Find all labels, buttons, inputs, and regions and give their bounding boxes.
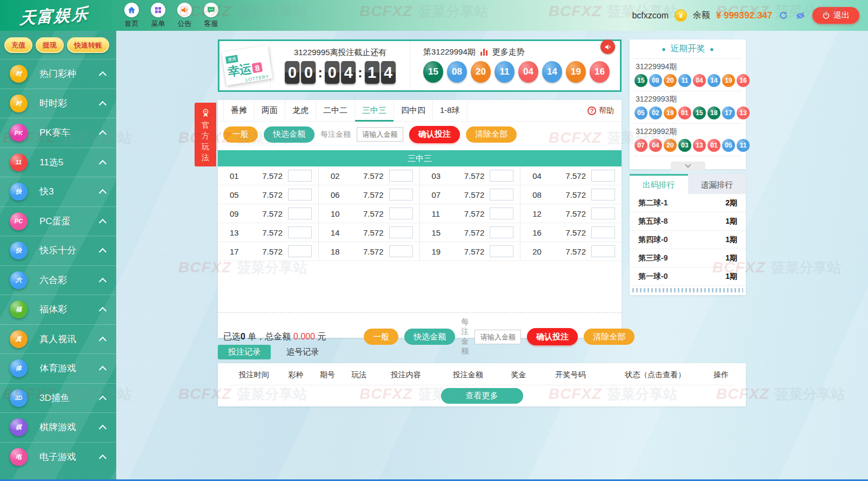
trend-chart-icon bbox=[480, 49, 488, 56]
sidebar-item-3D捕鱼[interactable]: 3D3D捕鱼 bbox=[0, 383, 116, 413]
lottery-ball-icon: 电 bbox=[10, 448, 28, 466]
hide-balance-eye-icon[interactable] bbox=[794, 11, 806, 21]
site-logo[interactable]: 天富娱乐 bbox=[19, 1, 117, 30]
bet-amount-input[interactable] bbox=[288, 208, 312, 219]
bet-amount-field[interactable] bbox=[357, 127, 403, 142]
sidebar-quick-actions: 充值提现快速转账 bbox=[0, 31, 116, 53]
bet-amount-input[interactable] bbox=[288, 170, 312, 182]
bet-amount-input[interactable] bbox=[591, 208, 615, 219]
nav-item-1[interactable]: 首页 bbox=[124, 3, 139, 29]
nav-item-2[interactable]: 菜单 bbox=[151, 3, 165, 29]
refresh-balance-icon[interactable] bbox=[778, 10, 789, 21]
bet-amount-input[interactable] bbox=[288, 245, 312, 257]
rank-tab-出码排行[interactable]: 出码排行 bbox=[630, 174, 688, 194]
bet-number: 09 bbox=[230, 209, 247, 218]
recent-draw-period: 31229992期 bbox=[636, 127, 741, 137]
sidebar-item-时时彩[interactable]: 时时时彩 bbox=[0, 89, 116, 118]
bet-amount-input[interactable] bbox=[389, 208, 413, 219]
bet-cell: 027.572 bbox=[319, 166, 420, 185]
bet-odds: 7.572 bbox=[550, 190, 586, 199]
bet-amount-input[interactable] bbox=[490, 226, 513, 238]
sidebar-item-11选5[interactable]: 1111选5 bbox=[0, 148, 116, 177]
bet-cell: 117.572 bbox=[420, 204, 521, 223]
bet-amount-input[interactable] bbox=[591, 189, 615, 201]
play-tab-番摊[interactable]: 番摊 bbox=[223, 100, 255, 121]
official-play-label: 官方玩法 bbox=[202, 119, 209, 163]
quick-transfer-button[interactable]: 快速转账 bbox=[67, 37, 109, 53]
play-tab-四中四[interactable]: 四中四 bbox=[394, 100, 433, 121]
bet-amount-input[interactable] bbox=[591, 245, 615, 257]
bet-amount-input[interactable] bbox=[490, 245, 513, 257]
bet-number: 19 bbox=[432, 247, 449, 256]
countdown-digit: 0 bbox=[285, 61, 299, 84]
lottery-ball-icon: 时 bbox=[10, 95, 28, 112]
bet-controls-top: 一般快选金额每注金额确认投注清除全部 bbox=[218, 122, 622, 143]
withdraw-button[interactable]: 提现 bbox=[36, 37, 64, 53]
bet-amount-input[interactable] bbox=[490, 208, 513, 219]
bet-amount-input[interactable] bbox=[288, 189, 312, 201]
clear-all-button[interactable]: 清除全部 bbox=[466, 126, 517, 143]
bet-amount-input[interactable] bbox=[288, 226, 312, 238]
draw-ball: 13 bbox=[737, 106, 750, 119]
official-play-tab[interactable]: 官方玩法 bbox=[195, 103, 216, 166]
play-tab-两面[interactable]: 两面 bbox=[255, 100, 285, 121]
rank-row: 第四球-01期 bbox=[630, 231, 746, 249]
lottery-ball-icon: PC bbox=[10, 212, 28, 230]
recent-draws-title: ◆ 近期开奖 ◆ bbox=[635, 39, 741, 59]
bet-amount-input[interactable] bbox=[591, 170, 615, 182]
rank-tab-遗漏排行[interactable]: 遗漏排行 bbox=[688, 174, 746, 194]
chevron-up-icon bbox=[99, 337, 106, 344]
bet-odds: 7.572 bbox=[550, 209, 586, 218]
sidebar-item-PK赛车[interactable]: PKPK赛车 bbox=[0, 118, 116, 148]
countdown-digit: 0 bbox=[301, 61, 316, 84]
logout-button[interactable]: 退出 bbox=[812, 7, 859, 24]
sidebar-item-六合彩[interactable]: 六六合彩 bbox=[0, 265, 116, 295]
recent-draw-row: 31229994期1508201104141916 bbox=[635, 59, 741, 91]
countdown-section: 31229995离投注截止还有 00:04:14 bbox=[271, 41, 410, 90]
general-bet-button[interactable]: 一般 bbox=[364, 329, 398, 345]
confirm-bet-button[interactable]: 确认投注 bbox=[409, 126, 460, 143]
sidebar-item-PC蛋蛋[interactable]: PCPC蛋蛋 bbox=[0, 206, 116, 236]
draw-ball: 20 bbox=[471, 61, 491, 83]
sound-icon[interactable] bbox=[600, 39, 615, 54]
record-column-header: 奖金 bbox=[499, 370, 537, 380]
sidebar-item-体育游戏[interactable]: 体体育游戏 bbox=[0, 353, 116, 383]
general-bet-button[interactable]: 一般 bbox=[223, 126, 258, 143]
bet-amount-input[interactable] bbox=[389, 189, 413, 201]
play-tab-二中二[interactable]: 二中二 bbox=[316, 100, 355, 121]
rank-row-value: 2期 bbox=[725, 198, 737, 208]
sidebar-item-福体彩[interactable]: 福福体彩 bbox=[0, 295, 116, 324]
bet-amount-input[interactable] bbox=[490, 189, 513, 201]
record-tab-追号记录[interactable]: 追号记录 bbox=[276, 345, 329, 359]
sidebar-item-热门彩种[interactable]: 时热门彩种 bbox=[0, 59, 116, 89]
record-tab-投注记录[interactable]: 投注记录 bbox=[218, 345, 271, 359]
quick-amount-button[interactable]: 快选金额 bbox=[404, 329, 455, 345]
sidebar-item-快乐十分[interactable]: 快快乐十分 bbox=[0, 236, 116, 265]
quick-amount-button[interactable]: 快选金额 bbox=[264, 126, 315, 143]
recent-draw-balls: 1508201104141916 bbox=[635, 74, 741, 87]
sidebar-item-棋牌游戏[interactable]: 棋棋牌游戏 bbox=[0, 412, 116, 442]
sidebar-item-快3[interactable]: 快快3 bbox=[0, 177, 116, 206]
bet-amount-field[interactable] bbox=[475, 330, 521, 344]
nav-item-3[interactable]: 公告 bbox=[177, 3, 192, 29]
bet-amount-input[interactable] bbox=[389, 226, 413, 238]
view-more-button[interactable]: 查看更多 bbox=[441, 388, 523, 404]
record-column-header: 期号 bbox=[312, 370, 343, 380]
sidebar-item-真人视讯[interactable]: 真真人视讯 bbox=[0, 324, 116, 354]
help-link[interactable]: ? 帮助 bbox=[587, 100, 614, 121]
play-tab-三中三[interactable]: 三中三 bbox=[355, 100, 394, 121]
bet-amount-input[interactable] bbox=[591, 226, 615, 238]
bet-amount-input[interactable] bbox=[389, 245, 413, 257]
record-column-header: 操作 bbox=[707, 370, 735, 380]
more-trends-link[interactable]: 更多走势 bbox=[492, 47, 525, 57]
bet-amount-input[interactable] bbox=[490, 170, 513, 182]
clear-all-button[interactable]: 清除全部 bbox=[584, 329, 635, 345]
nav-item-4[interactable]: 客服 bbox=[204, 3, 218, 29]
play-tab-1-8球[interactable]: 1-8球 bbox=[433, 100, 468, 121]
expand-draws-button[interactable] bbox=[671, 162, 705, 170]
recharge-button[interactable]: 充值 bbox=[4, 37, 32, 53]
sidebar-item-电子游戏[interactable]: 电电子游戏 bbox=[0, 442, 116, 472]
bet-amount-input[interactable] bbox=[389, 170, 413, 182]
confirm-bet-button[interactable]: 确认投注 bbox=[527, 328, 578, 345]
play-tab-龙虎[interactable]: 龙虎 bbox=[285, 100, 316, 121]
